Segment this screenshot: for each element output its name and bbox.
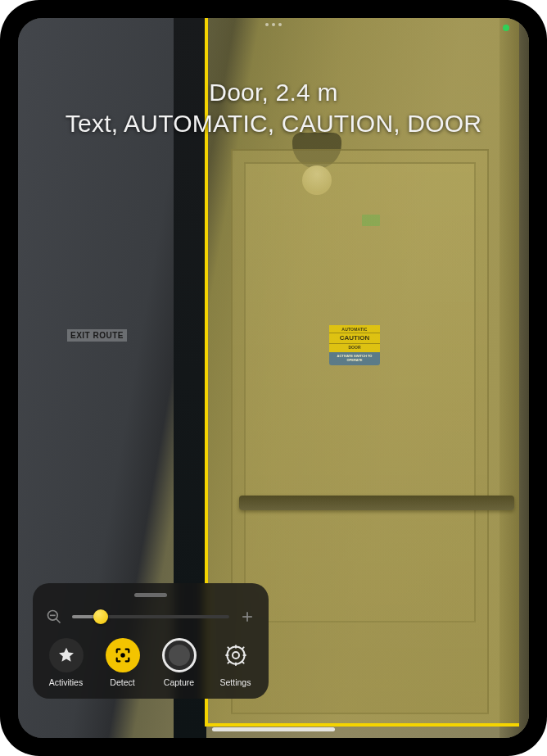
zoom-out-button[interactable]: [44, 607, 64, 627]
zoom-out-icon: [46, 609, 62, 625]
svg-point-6: [233, 652, 239, 659]
detect-label: Detect: [110, 677, 134, 687]
capture-icon: [169, 645, 190, 666]
capture-label: Capture: [164, 677, 194, 687]
star-icon: [57, 646, 75, 664]
zoom-row: [44, 607, 257, 627]
detection-caption: Door, 2.4 m Text, AUTOMATIC, CAUTION, DO…: [18, 77, 529, 140]
svg-point-7: [227, 646, 244, 663]
home-indicator[interactable]: [212, 727, 335, 731]
detection-line-1: Door, 2.4 m: [209, 79, 337, 106]
activities-label: Activities: [49, 677, 83, 687]
svg-line-1: [57, 619, 61, 623]
screen: EXIT ROUTE AUTOMATIC CAUTION DOOR ACTIVA…: [18, 18, 529, 738]
exit-route-label: EXIT ROUTE: [67, 329, 127, 342]
zoom-in-icon: [239, 609, 255, 625]
settings-button[interactable]: Settings: [215, 638, 255, 687]
sign-line-door: DOOR: [329, 344, 380, 352]
caution-sign: AUTOMATIC CAUTION DOOR ACTIVATE SWITCH T…: [329, 325, 380, 399]
zoom-slider-thumb[interactable]: [93, 609, 108, 624]
detect-button[interactable]: Detect: [102, 638, 142, 687]
sign-line-automatic: AUTOMATIC: [329, 325, 380, 333]
capture-button[interactable]: Capture: [159, 638, 199, 687]
ipad-frame: EXIT ROUTE AUTOMATIC CAUTION DOOR ACTIVA…: [0, 0, 547, 756]
controls-panel: Activities Detect Capture: [33, 583, 269, 699]
zoom-slider[interactable]: [72, 609, 229, 625]
sign-line-caution: CAUTION: [329, 333, 380, 344]
zoom-in-button[interactable]: [237, 607, 257, 627]
gear-icon: [224, 643, 248, 668]
multitask-dots[interactable]: [265, 23, 282, 26]
sign-line-note: ACTIVATE SWITCH TO OPERATE: [329, 352, 380, 365]
door-push-bar: [239, 496, 514, 510]
door: [231, 149, 489, 714]
mode-row: Activities Detect Capture: [44, 638, 257, 687]
detect-icon: [114, 646, 132, 664]
camera-in-use-indicator: [503, 25, 509, 31]
svg-point-5: [120, 653, 125, 658]
detection-line-2: Text, AUTOMATIC, CAUTION, DOOR: [18, 108, 529, 139]
settings-label: Settings: [220, 677, 251, 687]
panel-grabber[interactable]: [134, 593, 167, 597]
activities-button[interactable]: Activities: [46, 638, 86, 687]
